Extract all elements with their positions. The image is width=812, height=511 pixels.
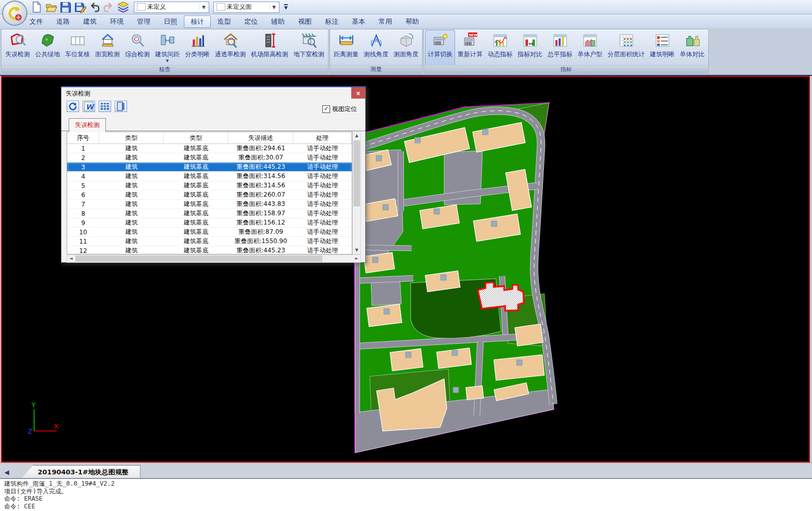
ribbon-button-单体对比[interactable]: 单体对比 [677, 30, 707, 66]
ribbon-button-机场限高检测[interactable]: 机场限高检测 [248, 30, 291, 66]
menu-tab-定位[interactable]: 定位 [238, 15, 264, 28]
menu-tab-辅助[interactable]: 辅助 [264, 15, 291, 28]
menu-tab-视图[interactable]: 视图 [291, 15, 318, 28]
app-logo[interactable] [2, 1, 27, 26]
chevron-down-icon[interactable]: ▼ [199, 5, 208, 10]
canopy [384, 309, 389, 314]
green-space-icon [39, 32, 56, 49]
ribbon-button-公共绿地[interactable]: 公共绿地 [33, 30, 63, 66]
ribbon-button-建筑明晰[interactable]: 建筑明晰 [647, 30, 677, 66]
menu-tab-道路[interactable]: 道路 [50, 15, 76, 28]
table-row[interactable]: 8建筑建筑基底重叠面积:158.97请手动处理 [67, 209, 352, 218]
menu-tab-文件[interactable]: 文件 [23, 15, 50, 28]
save-as-button[interactable] [73, 2, 86, 13]
scroll-down-icon[interactable]: ▼ [353, 247, 361, 254]
menu-tab-核计[interactable]: 核计 [184, 15, 211, 28]
vertical-scroll-thumb[interactable] [353, 140, 360, 206]
scroll-right-icon[interactable]: ► [353, 255, 361, 262]
table-export-button[interactable] [99, 101, 111, 112]
close-panel-button[interactable] [115, 101, 127, 112]
ribbon-button-通透率检测[interactable]: 通透率检测 [212, 30, 248, 66]
horizontal-scroll-thumb[interactable] [75, 256, 322, 262]
table-row[interactable]: 10建筑建筑基底重叠面积:87.09请手动处理 [67, 228, 352, 237]
table-row[interactable]: 1建筑建筑基底重叠面积:294.61请手动处理 [67, 144, 352, 153]
command-line-panel[interactable]: 建筑构件_雨篷_1_无_0.0_19#4_V2.2项目(文件)导入完成。命令: … [0, 478, 812, 511]
column-header-1[interactable]: 类型 [99, 132, 164, 143]
tab-scroll-left-icon[interactable]: ◀ [0, 469, 13, 478]
error-table[interactable]: 序号类型类型失误描述处理 1建筑建筑基底重叠面积:294.61请手动处理2建筑建… [67, 132, 352, 254]
table-row[interactable]: 9建筑建筑基底重叠面积:156.12请手动处理 [67, 218, 352, 228]
ribbon-button-综合检测[interactable]: 综合检测 [122, 30, 152, 66]
ribbon-button-计算切换[interactable]: 计算切换 [425, 30, 455, 66]
table-row[interactable]: 7建筑建筑基底重叠面积:443.83请手动处理 [67, 200, 352, 209]
table-row[interactable]: 6建筑建筑基底重叠面积:260.07请手动处理 [67, 190, 352, 200]
ribbon-button-测线角度[interactable]: A测线角度 [361, 30, 391, 66]
ribbon-button-指标对比[interactable]: vs指标对比 [515, 30, 545, 66]
menu-tab-建筑[interactable]: 建筑 [76, 15, 103, 28]
drawing-canvas[interactable]: Y X Z 失误检测 x W ✓ 视图定位 失误检测 序号类型类型失误描述处理 … [1, 76, 810, 462]
table-cell: 5 [67, 181, 99, 190]
ribbon-button-动态指标[interactable]: 动态指标 [485, 30, 515, 66]
face-style-combo[interactable]: 未定义面 ▼ [213, 2, 279, 13]
menu-tab-造型[interactable]: 造型 [211, 15, 238, 28]
document-tab[interactable]: 20190403-1#地块总图规整 [22, 465, 140, 478]
horizontal-scrollbar[interactable]: ◄ ► [67, 254, 361, 263]
new-file-button[interactable] [30, 2, 43, 13]
ribbon-button-label: 指标对比 [518, 50, 542, 59]
menu-tab-环境[interactable]: 环境 [103, 15, 130, 28]
redo-button[interactable] [102, 2, 115, 13]
vertical-scrollbar[interactable]: ▲ ▼ [352, 132, 361, 254]
chevron-down-icon[interactable]: ▼ [166, 59, 168, 62]
column-header-2[interactable]: 类型 [164, 132, 228, 143]
menu-tab-日照[interactable]: 日照 [157, 15, 184, 28]
menu-tab-标注[interactable]: 标注 [318, 15, 345, 28]
ribbon-button-label: 机场限高检测 [251, 50, 288, 59]
dialog-title[interactable]: 失误检测 [61, 87, 365, 100]
ribbon-button-总平指标[interactable]: 总平指标 [545, 30, 575, 66]
column-header-4[interactable]: 处理 [293, 132, 352, 143]
ribbon-button-单体户型[interactable]: 单体户型 [575, 30, 605, 66]
ribbon-button-分层面积统计[interactable]: 分层面积统计 [605, 30, 647, 66]
layers-button[interactable] [117, 2, 130, 13]
scroll-left-icon[interactable]: ◄ [67, 255, 75, 262]
chevron-down-icon[interactable]: ▼ [270, 5, 278, 10]
save-button[interactable] [59, 2, 72, 13]
column-header-0[interactable]: 序号 [67, 132, 99, 143]
building-footprint[interactable] [367, 304, 402, 327]
ribbon-button-测面角度[interactable]: 测面角度 [391, 30, 421, 66]
tab-error-detect[interactable]: 失误检测 [69, 118, 106, 132]
menu-tab-管理[interactable]: 管理 [130, 15, 157, 28]
refresh-button[interactable] [67, 101, 79, 112]
dialog-close-button[interactable]: x [351, 87, 365, 99]
table-cell: 重叠面积:260.07 [228, 190, 293, 199]
error-detect-dialog[interactable]: 失误检测 x W ✓ 视图定位 失误检测 序号类型类型失误描述处理 1建筑建筑基… [61, 86, 366, 263]
ribbon-button-失误检测[interactable]: 失误检测 [3, 30, 33, 66]
ribbon-button-建筑间距[interactable]: 建筑间距▼ [152, 30, 182, 66]
menu-tab-基本[interactable]: 基本 [345, 15, 372, 28]
ribbon-button-地下室检测[interactable]: 地下室检测 [291, 30, 327, 66]
undo-button[interactable] [88, 2, 101, 13]
building-footprint[interactable] [466, 386, 483, 400]
table-row[interactable]: 5建筑建筑基底重叠面积:314.56请手动处理 [67, 181, 352, 190]
ribbon-button-面宽检测[interactable]: 面宽检测 [92, 30, 122, 66]
ribbon-button-分类明晰[interactable]: 分类明晰 [182, 30, 212, 66]
open-file-button[interactable] [44, 2, 57, 13]
table-row[interactable]: 12建筑建筑基底重叠面积:445.23请手动处理 [67, 246, 352, 254]
toolbar-overflow-icon[interactable]: ▼ [284, 4, 288, 10]
table-row[interactable]: 2建筑建筑基底重叠面积:30.07请手动处理 [67, 153, 352, 163]
ribbon-button-重新计算[interactable]: NEW重新计算 [455, 30, 485, 66]
menu-tab-常用[interactable]: 常用 [372, 15, 399, 28]
table-row[interactable]: 11建筑建筑基底重叠面积:1550.90请手动处理 [67, 237, 352, 246]
table-row[interactable]: 3建筑建筑基底重叠面积:445.23请手动处理 [67, 163, 352, 172]
layer-style-combo[interactable]: 未定义 ▼ [134, 2, 209, 13]
word-export-button[interactable]: W [83, 101, 95, 112]
scroll-up-icon[interactable]: ▲ [353, 132, 361, 139]
ribbon-button-label: 分层面积统计 [607, 50, 645, 59]
menu-tab-帮助[interactable]: 帮助 [399, 15, 426, 28]
view-locate-checkbox[interactable]: ✓ [322, 105, 330, 113]
table-row[interactable]: 4建筑建筑基底重叠面积:314.56请手动处理 [67, 172, 352, 181]
column-header-3[interactable]: 失误描述 [228, 132, 293, 143]
ribbon-button-车位复核[interactable]: 车位复核 [63, 30, 92, 66]
ribbon-button-距离测量[interactable]: 距离测量 [331, 30, 361, 66]
building-footprint[interactable] [515, 324, 543, 346]
